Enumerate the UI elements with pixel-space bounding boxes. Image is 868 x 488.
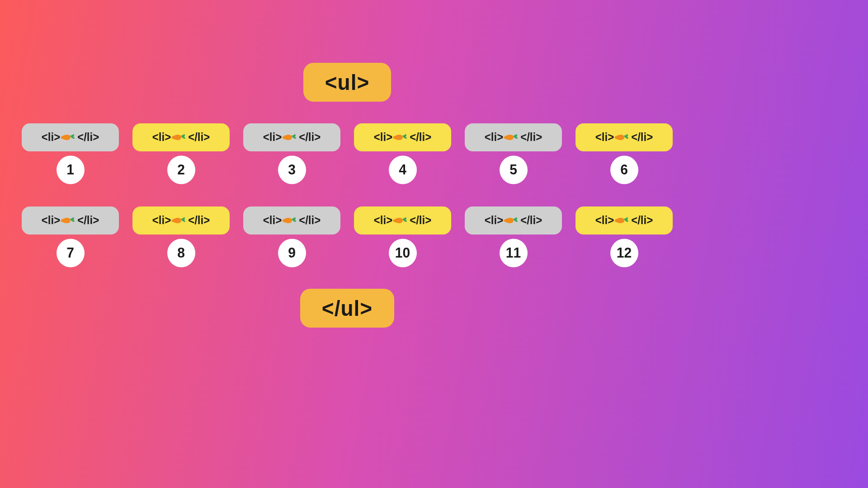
list-item: <li> </li> 7 [22,206,119,267]
li-open-text: <li> [263,131,282,144]
li-tag-pill: <li> </li> [354,123,451,151]
list-item: <li> </li> 5 [465,123,562,184]
li-close-text: </li> [520,214,542,227]
li-close-text: </li> [188,131,210,144]
index-badge: 5 [500,155,528,184]
li-tag-pill: <li> </li> [465,206,562,235]
list-item: <li> </li> 4 [354,123,451,184]
list-item: <li> </li> 1 [22,123,119,184]
carrot-icon [58,210,80,231]
carrot-icon [279,210,301,231]
list-item: <li> </li> 2 [132,123,230,184]
carrot-icon [169,210,190,231]
carrot-icon [390,127,412,148]
li-open-text: <li> [485,214,503,227]
li-open-text: <li> [374,131,392,144]
li-close-text: </li> [77,214,99,227]
carrot-icon [279,127,301,148]
li-tag-pill: <li> </li> [243,123,340,151]
index-badge: 9 [278,239,306,267]
li-open-text: <li> [152,131,171,144]
li-tag-pill: <li> </li> [576,123,673,151]
li-close-text: </li> [77,131,99,144]
li-open-text: <li> [374,214,392,227]
index-badge: 3 [278,155,306,184]
carrot-icon [501,210,523,231]
list-item: <li> </li> 8 [132,206,230,267]
list-item: <li> </li> 3 [243,123,340,184]
list-item: <li> </li> 11 [465,206,562,267]
index-badge: 6 [610,155,638,184]
carrot-icon [612,127,633,148]
carrot-icon [390,210,412,231]
carrot-icon [58,127,80,148]
li-row: <li> </li> 1 <li> </li> 2 [14,123,681,184]
list-item: <li> </li> 6 [576,123,673,184]
li-close-text: </li> [188,214,210,227]
index-badge: 2 [167,155,195,184]
li-open-text: <li> [263,214,282,227]
ul-open-tag: <ul> [303,63,392,102]
li-close-text: </li> [410,214,431,227]
li-close-text: </li> [631,131,653,144]
li-close-text: </li> [631,214,653,227]
li-close-text: </li> [520,131,542,144]
li-open-text: <li> [152,214,171,227]
index-badge: 8 [167,239,195,267]
li-close-text: </li> [410,131,431,144]
carrot-icon [612,210,633,231]
li-tag-pill: <li> </li> [132,206,230,235]
li-close-text: </li> [299,131,321,144]
li-tag-pill: <li> </li> [22,123,119,151]
li-open-text: <li> [42,131,60,144]
li-row: <li> </li> 7 <li> </li> 8 [14,206,681,267]
li-tag-pill: <li> </li> [354,206,451,235]
index-badge: 1 [57,155,85,184]
list-item: <li> </li> 9 [243,206,340,267]
li-tag-pill: <li> </li> [465,123,562,151]
list-item: <li> </li> 12 [576,206,673,267]
li-open-text: <li> [485,131,503,144]
carrot-icon [169,127,190,148]
li-tag-pill: <li> </li> [132,123,230,151]
index-badge: 10 [389,239,417,267]
li-open-text: <li> [42,214,60,227]
li-close-text: </li> [299,214,321,227]
li-open-text: <li> [595,214,614,227]
li-tag-pill: <li> </li> [576,206,673,235]
li-grid: <li> </li> 1 <li> </li> 2 [0,123,694,267]
carrot-icon [501,127,523,148]
li-open-text: <li> [595,131,614,144]
index-badge: 4 [389,155,417,184]
li-tag-pill: <li> </li> [22,206,119,235]
index-badge: 11 [500,239,528,267]
ul-close-tag: </ul> [300,289,394,328]
li-tag-pill: <li> </li> [243,206,340,235]
index-badge: 7 [57,239,85,267]
list-item: <li> </li> 10 [354,206,451,267]
index-badge: 12 [610,239,638,267]
